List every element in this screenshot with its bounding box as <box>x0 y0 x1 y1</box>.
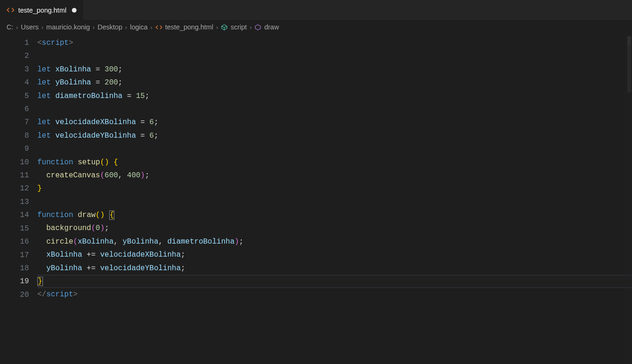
line-number: 4 <box>0 76 29 89</box>
line-number: 6 <box>0 103 29 116</box>
line-number: 7 <box>0 116 29 129</box>
chevron-right-icon: › <box>93 24 95 31</box>
crumb-drive[interactable]: C: <box>7 23 14 31</box>
code-line[interactable]: } <box>37 275 632 288</box>
code-line[interactable]: let diametroBolinha = 15; <box>37 90 632 103</box>
chevron-right-icon: › <box>16 24 18 31</box>
code-line[interactable]: background(0); <box>37 222 632 235</box>
editor-window: teste_pong.html C: › Users › mauricio.ko… <box>0 0 632 364</box>
tab-label: teste_pong.html <box>18 7 66 14</box>
crumb-file[interactable]: teste_pong.html <box>165 23 213 31</box>
code-line[interactable]: xBolinha += velocidadeXBolinha; <box>37 248 632 261</box>
chevron-right-icon: › <box>216 24 218 31</box>
line-number: 16 <box>0 235 29 248</box>
tab-teste-pong[interactable]: teste_pong.html <box>0 0 84 20</box>
code-line[interactable]: <script> <box>37 36 632 49</box>
code-line[interactable]: let velocidadeXBolinha = 6; <box>37 116 632 129</box>
code-editor[interactable]: 1234567891011121314151617181920 <script>… <box>0 34 632 364</box>
line-number: 12 <box>0 182 29 195</box>
code-line[interactable] <box>37 49 632 63</box>
minimap-viewport[interactable] <box>627 36 631 92</box>
line-number: 9 <box>0 142 29 155</box>
crumb-users[interactable]: Users <box>21 23 39 31</box>
code-line[interactable]: circle(xBolinha, yBolinha, diametroBolin… <box>37 235 632 248</box>
line-number: 2 <box>0 49 29 63</box>
code-line[interactable] <box>37 142 632 155</box>
line-number: 14 <box>0 209 29 222</box>
line-number-gutter: 1234567891011121314151617181920 <box>0 34 37 364</box>
code-line[interactable]: let yBolinha = 200; <box>37 76 632 89</box>
unsaved-indicator-icon <box>72 8 77 13</box>
line-number: 17 <box>0 249 29 262</box>
code-line[interactable]: function draw() { <box>37 209 632 222</box>
line-number: 8 <box>0 129 29 142</box>
crumb-draw[interactable]: draw <box>264 23 279 31</box>
code-line[interactable]: yBolinha += velocidadeYBolinha; <box>37 262 632 275</box>
code-area[interactable]: <script>let xBolinha = 300;let yBolinha … <box>37 34 632 364</box>
crumb-user[interactable]: mauricio.konig <box>46 23 90 31</box>
line-number: 18 <box>0 262 29 275</box>
minimap[interactable] <box>625 34 632 364</box>
line-number: 1 <box>0 36 29 49</box>
code-line[interactable]: function setup() { <box>37 156 632 169</box>
line-number: 3 <box>0 63 29 76</box>
chevron-right-icon: › <box>42 24 43 31</box>
code-line[interactable]: let velocidadeYBolinha = 6; <box>37 129 632 142</box>
tab-bar: teste_pong.html <box>0 0 632 21</box>
crumb-logica[interactable]: logica <box>130 23 147 31</box>
code-line[interactable]: let xBolinha = 300; <box>37 63 632 76</box>
symbol-module-icon <box>221 24 228 31</box>
code-line[interactable] <box>37 196 632 209</box>
crumb-desktop[interactable]: Desktop <box>98 23 122 31</box>
chevron-right-icon: › <box>150 24 152 31</box>
chevron-right-icon: › <box>250 24 252 31</box>
line-number: 10 <box>0 156 29 169</box>
line-number: 19 <box>0 275 29 288</box>
code-line[interactable] <box>37 103 632 116</box>
html-file-icon <box>7 6 14 14</box>
line-number: 13 <box>0 196 29 209</box>
crumb-script[interactable]: script <box>231 23 247 31</box>
code-line[interactable]: </script> <box>37 288 632 301</box>
line-number: 15 <box>0 222 29 235</box>
breadcrumb[interactable]: C: › Users › mauricio.konig › Desktop › … <box>0 21 632 34</box>
html-file-icon <box>155 24 162 31</box>
code-line[interactable]: createCanvas(600, 400); <box>37 169 632 182</box>
line-number: 5 <box>0 90 29 103</box>
code-line[interactable]: } <box>37 182 632 195</box>
chevron-right-icon: › <box>125 24 127 31</box>
line-number: 11 <box>0 169 29 182</box>
symbol-function-icon <box>254 24 261 31</box>
line-number: 20 <box>0 288 29 301</box>
